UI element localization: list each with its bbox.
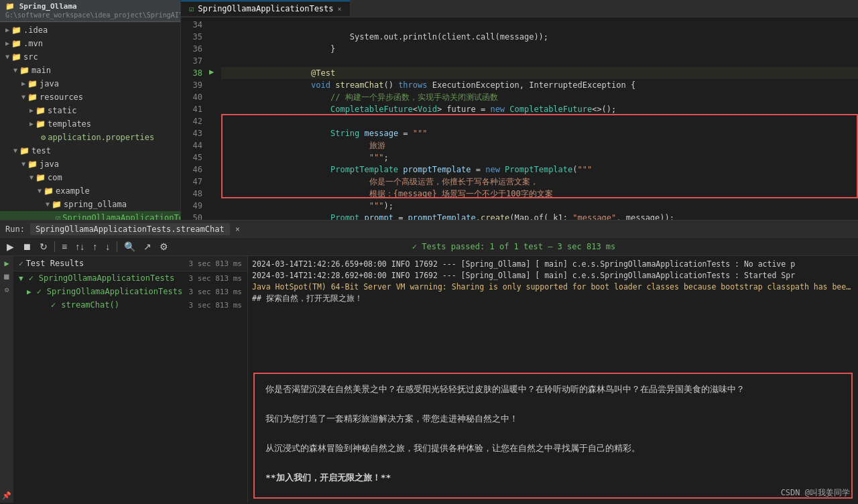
test-results-time: 3 sec 813 ms [189,259,242,268]
tree-item-test-java[interactable]: ▼ 📁 java [0,158,180,171]
console-panel: 2024-03-14T21:42:26.659+08:00 INFO 17692… [248,256,858,503]
run-settings-button[interactable]: ⚙ [157,240,171,253]
test-status-text: Tests passed: 1 of 1 test – 3 sec 813 ms [422,242,615,251]
output-para-2: 我们为您打造了一套精彩旅游解决方案，带您走进神秘自然之中！ [265,412,841,426]
bottom-panel: Run: SpringOllamaApplicationTests.stream… [0,220,858,503]
run-toolbar: ▶ ⏹ ↻ ≡ ↑↓ ↑ ↓ 🔍 ↗ ⚙ ✓ Tests passed: 1 o… [0,238,858,256]
run-config-tab[interactable]: SpringOllamaApplicationTests.streamChat [30,223,230,235]
run-down-button[interactable]: ↓ [103,240,113,253]
sidebar-pin-icon[interactable]: 📌 [2,491,11,500]
console-output: 2024-03-14T21:42:26.659+08:00 INFO 17692… [248,256,858,369]
console-line-2: 2024-03-14T21:42:28.692+08:00 INFO 17692… [252,270,854,281]
code-line-34: System.out.println(client.call(message))… [221,19,858,31]
sidebar-settings-icon[interactable]: ⚙ [5,286,9,294]
code-line-42: String message = """ [221,115,858,127]
code-line-37: @Test [221,55,858,67]
project-root-label: 📁 Spring_Ollama G:\software_workspace\id… [5,2,181,19]
run-search-button[interactable]: 🔍 [121,240,138,253]
code-content: 34 35 36 37 38 39 40 41 42 43 44 45 46 4… [181,17,858,220]
run-gutter: ▶ [208,17,221,220]
tree-item-resources[interactable]: ▼ 📁 resources [0,90,180,104]
test-status-bar: ✓ Tests passed: 1 of 1 test – 3 sec 813 … [174,242,854,251]
test-tree-item-class[interactable]: ▶ ✓ SpringOllamaApplicationTests 3 sec 8… [13,285,247,298]
test-results-title: Test Results [26,259,84,268]
line-numbers: 34 35 36 37 38 39 40 41 42 43 44 45 46 4… [181,17,208,220]
test-class-label: SpringOllamaApplicationTests [47,287,182,296]
code-editor: ☑ SpringOllamaApplicationTests × 34 35 3… [181,0,858,220]
tree-item-test-class[interactable]: ☑ SpringOllamaApplicationTests [0,211,180,220]
test-tree-root-label: SpringOllamaApplicationTests [39,273,174,283]
output-para-1: 你是否渴望沉浸在自然美景之中？在感受阳光轻轻抚过皮肤的温暖中？在聆听动听的森林鸟… [265,382,841,397]
tree-item-java[interactable]: ▶ 📁 java [0,77,180,90]
test-tree-root[interactable]: ▼ ✓ SpringOllamaApplicationTests 3 sec 8… [13,271,247,285]
close-tab-icon[interactable]: × [235,225,240,234]
run-area: ▶ ⏹ ⚙ 📌 ✓ Test Results 3 sec 813 ms ▼ ✓ … [0,256,858,503]
console-line-1: 2024-03-14T21:42:26.659+08:00 INFO 17692… [252,259,854,270]
test-method-time: 3 sec 813 ms [189,301,242,310]
console-line-3: Java HotSpot(TM) 64-Bit Server VM warnin… [252,281,854,293]
run-up-button[interactable]: ↑ [90,240,100,253]
tree-item-mvn[interactable]: ▶ 📁 .mvn [0,37,180,50]
run-expand-button[interactable]: ↗ [141,240,154,253]
tree-item-application-props[interactable]: ⚙ application.properties [0,131,180,144]
editor-tab-main[interactable]: ☑ SpringOllamaApplicationTests × [181,1,351,16]
sidebar-stop-icon[interactable]: ⏹ [3,272,11,281]
code-text: System.out.println(client.call(message))… [221,17,858,220]
tree-item-main[interactable]: ▼ 📁 main [0,64,180,77]
run-label: Run: [5,225,25,234]
tree-item-test[interactable]: ▼ 📁 test [0,144,180,158]
test-results-header: ✓ Test Results 3 sec 813 ms [13,256,247,271]
output-para-4: **加入我们，开启无限之旅！** [265,470,841,485]
test-tree-item-method[interactable]: ✓ streamChat() 3 sec 813 ms [13,298,247,312]
tree-item-templates[interactable]: ▶ 📁 templates [0,117,180,131]
file-tree-header: 📁 Spring_Ollama G:\software_workspace\id… [0,0,180,22]
run-sort-button[interactable]: ↑↓ [72,240,87,253]
run-menu-button[interactable]: ≡ [59,240,70,253]
test-root-time: 3 sec 813 ms [189,274,242,283]
run-tab-bar: Run: SpringOllamaApplicationTests.stream… [0,220,858,238]
run-icon[interactable]: ▶ [209,67,214,76]
test-class-time: 3 sec 813 ms [189,288,242,296]
run-play-button[interactable]: ▶ [4,240,17,253]
test-results-panel: ✓ Test Results 3 sec 813 ms ▼ ✓ SpringOl… [13,256,248,503]
output-box: 你是否渴望沉浸在自然美景之中？在感受阳光轻轻抚过皮肤的温暖中？在聆听动听的森林鸟… [253,373,853,499]
run-rerun-button[interactable]: ↻ [37,240,50,253]
run-stop-button[interactable]: ⏹ [19,240,34,253]
csdn-badge: CSDN @叫我姜同学 [781,487,850,499]
tree-item-src[interactable]: ▼ 📁 src [0,50,180,64]
console-line-4: ## 探索自然，打开无限之旅！ [252,293,854,304]
tree-item-example[interactable]: ▼ 📁 example [0,184,180,198]
tree-item-static[interactable]: ▶ 📁 static [0,104,180,117]
file-tree: 📁 Spring_Ollama G:\software_workspace\id… [0,0,181,220]
sidebar-run-icon[interactable]: ▶ [4,259,9,268]
editor-tabs: ☑ SpringOllamaApplicationTests × [181,0,858,17]
tree-item-spring-ollama-pkg[interactable]: ▼ 📁 spring_ollama [0,198,180,211]
tree-item-com[interactable]: ▼ 📁 com [0,171,180,184]
run-left-icons: ▶ ⏹ ⚙ 📌 [0,256,13,503]
tree-item-idea[interactable]: ▶ 📁 .idea [0,23,180,37]
output-para-3: 从沉浸式的森林冒险到神秘自然之旅，我们提供各种体验，让您在自然之中寻找属于自己的… [265,441,841,456]
test-method-label: streamChat() [61,300,119,310]
